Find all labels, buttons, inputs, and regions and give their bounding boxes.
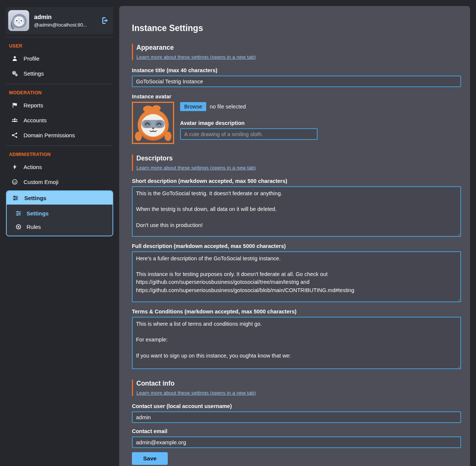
short-description-textarea[interactable]: This is the GoToSocial testrig. It doesn… <box>132 186 461 237</box>
save-button[interactable]: Save <box>132 452 168 465</box>
sidebar-section-moderation: MODERATION <box>6 87 113 98</box>
descriptors-section-header: Descriptors Learn more about these setti… <box>132 154 461 171</box>
sliders-icon <box>12 194 19 201</box>
avatar-description-input[interactable] <box>180 128 318 140</box>
sidebar-item-label: Settings <box>24 195 46 201</box>
settings-submenu: Settings Rules <box>7 205 112 236</box>
page-title: Instance Settings <box>132 23 461 33</box>
contact-email-label: Contact email <box>132 428 461 434</box>
sidebar-item-label: Actions <box>24 164 42 170</box>
divider <box>6 84 113 84</box>
page: admin @admin@localhost:80... USER Profil… <box>0 0 476 466</box>
instance-avatar-preview <box>132 102 174 144</box>
sidebar: admin @admin@localhost:80... USER Profil… <box>6 6 113 236</box>
sidebar-item-accounts[interactable]: Accounts <box>6 113 113 128</box>
sliders-icon <box>15 210 22 217</box>
sidebar-item-label: Custom Emoji <box>24 179 58 185</box>
instance-avatar-row: Browse no file selected Avatar image des… <box>132 102 461 144</box>
contact-email-input[interactable] <box>132 436 461 448</box>
contact-learn-more-link[interactable]: Learn more about these settings (opens i… <box>136 390 256 396</box>
appearance-heading: Appearance <box>136 44 461 52</box>
sidebar-item-label: Reports <box>24 102 43 108</box>
sidebar-item-label: Accounts <box>24 117 47 123</box>
sidebar-item-label: Profile <box>24 55 40 62</box>
profile-names: admin @admin@localhost:80... <box>34 14 87 28</box>
sidebar-item-admin-settings[interactable]: Settings <box>7 191 112 205</box>
short-description-label: Short description (markdown accepted, ma… <box>132 178 461 184</box>
instance-settings-panel: Instance Settings Appearance Learn more … <box>119 6 470 466</box>
sidebar-item-reports[interactable]: Reports <box>6 98 113 113</box>
descriptors-learn-more-link[interactable]: Learn more about these settings (opens i… <box>136 165 256 171</box>
sidebar-item-domain-permissions[interactable]: Domain Permissions <box>6 128 113 142</box>
sloth-avatar-large-icon <box>134 104 173 142</box>
sidebar-item-user-settings[interactable]: Settings <box>6 66 113 81</box>
sidebar-section-user: USER <box>6 40 113 51</box>
avatar-description-label: Avatar image description <box>180 120 461 126</box>
flag-icon <box>11 102 18 108</box>
sidebar-item-label: Domain Permissions <box>24 132 75 138</box>
avatar <box>8 10 29 31</box>
bolt-icon <box>11 163 18 170</box>
submenu-item-label: Settings <box>27 210 49 217</box>
divider <box>6 37 113 37</box>
instance-title-label: Instance title (max 40 characters) <box>132 67 461 73</box>
contact-heading: Contact info <box>136 380 461 387</box>
circle-dot-icon <box>15 223 22 230</box>
submenu-item-settings[interactable]: Settings <box>12 206 112 220</box>
sidebar-item-label: Settings <box>24 70 44 77</box>
profile-handle: @admin@localhost:80... <box>34 22 87 28</box>
full-description-textarea[interactable]: Here's a fuller description of the GoToS… <box>132 251 461 302</box>
sidebar-item-profile[interactable]: Profile <box>6 51 113 66</box>
instance-title-input[interactable] <box>132 76 461 87</box>
submenu-item-rules[interactable]: Rules <box>12 220 112 233</box>
appearance-section-header: Appearance Learn more about these settin… <box>132 44 461 60</box>
contact-user-input[interactable] <box>132 411 461 423</box>
share-nodes-icon <box>11 132 18 138</box>
avatar-file-input: Browse no file selected <box>180 102 461 111</box>
avatar-file-column: Browse no file selected Avatar image des… <box>180 102 461 144</box>
appearance-learn-more-link[interactable]: Learn more about these settings (opens i… <box>136 54 256 60</box>
settings-menu-group: Settings Settings <box>6 190 113 236</box>
contact-section-header: Contact info Learn more about these sett… <box>132 380 461 396</box>
sloth-avatar-small-icon <box>8 10 29 31</box>
contact-user-label: Contact user (local account username) <box>132 403 461 409</box>
sidebar-item-custom-emoji[interactable]: Custom Emoji <box>6 174 113 189</box>
users-icon <box>11 117 18 123</box>
sidebar-item-actions[interactable]: Actions <box>6 159 113 174</box>
full-description-label: Full description (markdown accepted, max… <box>132 243 461 249</box>
terms-textarea[interactable]: This is where a list of terms and condit… <box>132 317 461 369</box>
divider <box>6 145 113 146</box>
gears-icon <box>11 70 18 77</box>
terms-label: Terms & Conditions (markdown accepted, m… <box>132 309 461 315</box>
submenu-item-label: Rules <box>27 224 41 230</box>
smile-icon <box>11 178 18 185</box>
profile-card[interactable]: admin @admin@localhost:80... <box>6 7 113 34</box>
instance-avatar-label: Instance avatar <box>132 93 461 99</box>
browse-button[interactable]: Browse <box>180 102 206 111</box>
user-icon <box>11 55 18 62</box>
sign-out-icon[interactable] <box>101 16 109 25</box>
descriptors-heading: Descriptors <box>136 154 461 162</box>
sidebar-section-administration: ADMINISTRATION <box>6 149 113 159</box>
file-selected-status: no file selected <box>210 104 246 110</box>
profile-username: admin <box>34 14 87 21</box>
